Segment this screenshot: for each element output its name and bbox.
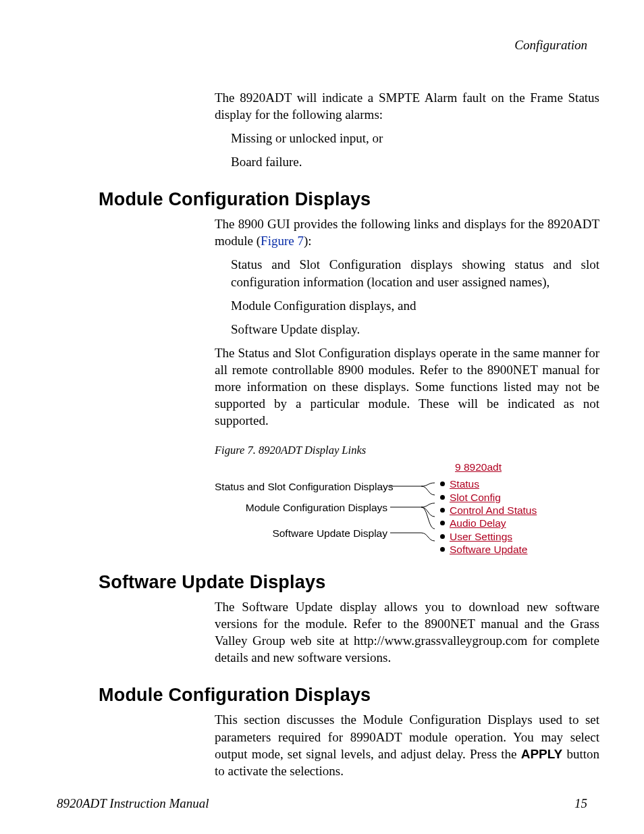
figure-link-control-status[interactable]: Control And Status: [437, 504, 591, 517]
figure-linkbox: 9 8920adt Status Slot Config Control And…: [437, 461, 591, 556]
intro-paragraph: The 8920ADT will indicate a SMPTE Alarm …: [215, 89, 599, 123]
sec1-bullets: Status and Slot Configuration displays s…: [231, 256, 599, 337]
sec1-p2: The Status and Slot Configuration displa…: [215, 344, 599, 429]
footer-page-number: 15: [574, 796, 587, 811]
figure-caption: Figure 7. 8920ADT Display Links: [215, 444, 587, 457]
sec1-p1: The 8900 GUI provides the following link…: [215, 215, 599, 249]
sec3-p1: This section discusses the Module Config…: [215, 711, 599, 779]
figure-link-user-settings[interactable]: User Settings: [437, 530, 591, 543]
figure-7: Status and Slot Configuration Displays M…: [215, 461, 593, 548]
sec2-p1-text: The Software Update display allows you t…: [215, 598, 599, 666]
footer-manual-title: 8920ADT Instruction Manual: [57, 796, 209, 811]
heading-module-config-1: Module Configuration Displays: [99, 189, 587, 210]
intro-bullets: Missing or unlocked input, or Board fail…: [231, 130, 599, 170]
sec2-p1: The Software Update display allows you t…: [215, 598, 599, 666]
figure-link-slot-config[interactable]: Slot Config: [437, 491, 591, 504]
intro-text: The 8920ADT will indicate a SMPTE Alarm …: [215, 89, 599, 123]
figure-link-title[interactable]: 9 8920adt: [455, 461, 591, 473]
figure-ref-link[interactable]: Figure 7: [261, 234, 304, 248]
sec1-b3: Software Update display.: [231, 321, 599, 338]
intro-bullet-1: Missing or unlocked input, or: [231, 130, 599, 147]
heading-software-update: Software Update Displays: [99, 572, 587, 593]
page-footer: 8920ADT Instruction Manual 15: [57, 796, 587, 811]
running-header: Configuration: [57, 38, 587, 53]
sec1-b2: Module Configuration displays, and: [231, 297, 599, 314]
figure-link-software-update[interactable]: Software Update: [437, 543, 591, 556]
sec1-p2-text: The Status and Slot Configuration displa…: [215, 344, 599, 429]
intro-bullet-2: Board failure.: [231, 153, 599, 170]
figure-link-audio-delay[interactable]: Audio Delay: [437, 517, 591, 529]
sec1-b1: Status and Slot Configuration displays s…: [231, 256, 599, 290]
sec1-p1b: ):: [304, 234, 312, 248]
apply-button-ref: APPLY: [521, 747, 563, 761]
heading-module-config-2: Module Configuration Displays: [99, 685, 587, 706]
figure-link-status[interactable]: Status: [437, 477, 591, 490]
